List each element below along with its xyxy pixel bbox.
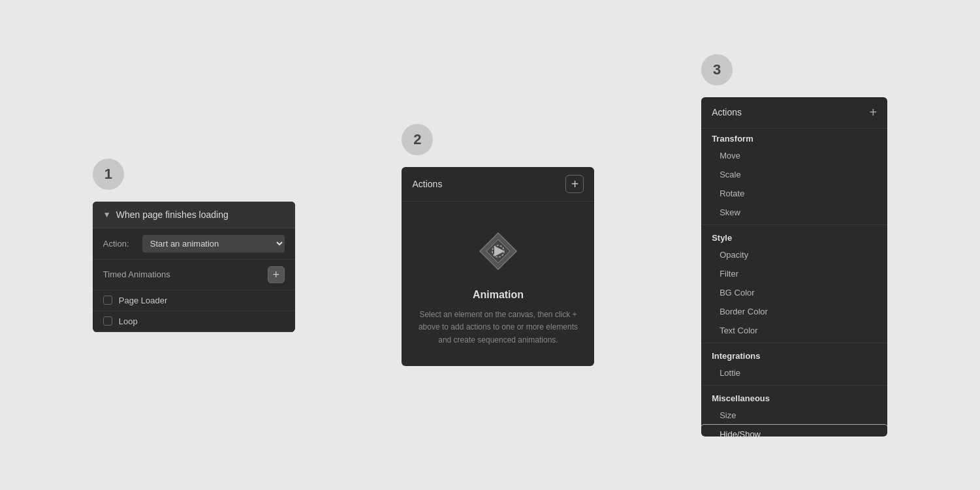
page-loader-item: Page Loader	[93, 290, 295, 311]
page-loader-label: Page Loader	[119, 296, 167, 305]
loop-checkbox[interactable]	[103, 316, 112, 326]
loop-label: Loop	[119, 316, 138, 326]
action-scale[interactable]: Scale	[701, 165, 887, 184]
section-integrations-header: Integrations	[701, 346, 887, 363]
divider-2	[701, 343, 887, 343]
step-number-1: 1	[93, 159, 124, 190]
action-hide-show[interactable]: Hide/Show	[701, 425, 887, 436]
section-style-header: Style	[701, 228, 887, 245]
action-text-color[interactable]: Text Color	[701, 321, 887, 340]
action-size[interactable]: Size	[701, 406, 887, 425]
animation-icon	[475, 228, 522, 277]
animation-description: Select an element on the canvas, then cl…	[415, 309, 581, 346]
add-action-button[interactable]: +	[565, 175, 584, 193]
section-misc-header: Miscellaneous	[701, 388, 887, 406]
page-loader-checkbox[interactable]	[103, 296, 112, 305]
panel-animation: Actions + Animation Select an element on…	[402, 167, 594, 366]
animation-header: Actions +	[402, 167, 594, 202]
section-transform-header: Transform	[701, 129, 887, 146]
timed-animations-row: Timed Animations +	[93, 260, 295, 290]
step-number-3: 3	[701, 54, 733, 85]
action-filter[interactable]: Filter	[701, 264, 887, 283]
panel-actions: Actions + Transform Move Scale Rotate Sk…	[701, 97, 887, 436]
actions-title-2: Actions	[412, 179, 442, 189]
divider-1	[701, 224, 887, 225]
action-label: Action:	[103, 239, 142, 249]
action-skew[interactable]: Skew	[701, 203, 887, 222]
actions-title-3: Actions	[712, 107, 742, 117]
add-timed-animation-button[interactable]: +	[268, 266, 285, 283]
step-number-2: 2	[402, 124, 433, 155]
action-move[interactable]: Move	[701, 146, 887, 165]
actions-list: Transform Move Scale Rotate Skew Style O…	[701, 129, 887, 436]
animation-body: Animation Select an element on the canva…	[402, 202, 594, 366]
action-rotate[interactable]: Rotate	[701, 184, 887, 203]
add-action-button-3[interactable]: +	[869, 105, 877, 120]
animation-title: Animation	[473, 289, 524, 301]
trigger-title: When page finishes loading	[116, 209, 229, 220]
step-3: 3 Actions + Transform Move Scale Rotate …	[701, 54, 887, 436]
action-row: Action: Start an animation	[93, 228, 295, 260]
actions-header: Actions +	[701, 97, 887, 129]
panel-trigger: ▼ When page finishes loading Action: Sta…	[93, 202, 295, 332]
loop-item: Loop	[93, 311, 295, 332]
collapse-arrow-icon[interactable]: ▼	[103, 210, 111, 219]
step-2: 2 Actions + Animation Select an elemen	[402, 124, 594, 366]
action-select[interactable]: Start an animation	[142, 235, 285, 253]
action-border-color[interactable]: Border Color	[701, 302, 887, 321]
action-bg-color[interactable]: BG Color	[701, 283, 887, 302]
timed-label: Timed Animations	[103, 269, 170, 279]
step-1: 1 ▼ When page finishes loading Action: S…	[93, 159, 295, 332]
action-lottie[interactable]: Lottie	[701, 363, 887, 382]
action-opacity[interactable]: Opacity	[701, 245, 887, 264]
trigger-header: ▼ When page finishes loading	[93, 202, 295, 228]
divider-3	[701, 385, 887, 386]
